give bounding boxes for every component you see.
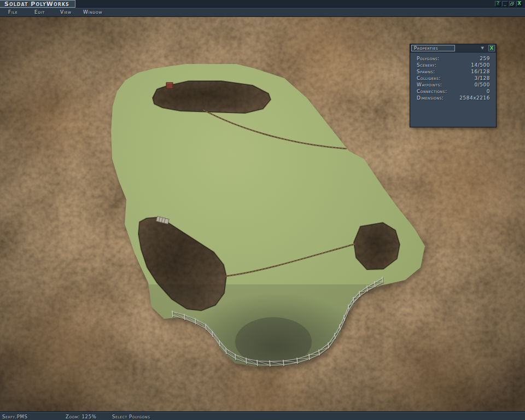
properties-panel-titlebar[interactable]: Properties ▼ X [410, 44, 496, 52]
close-button[interactable]: X [516, 1, 522, 7]
prop-row-colliders: Colliders: 3/128 [417, 75, 490, 82]
help-icon: ? [497, 2, 499, 6]
status-bar: Serfy.PMS Zoom: 125% Select Polygons [0, 411, 525, 420]
status-zoom-level: Zoom: 125% [66, 414, 96, 419]
restore-button[interactable] [509, 1, 515, 7]
prop-row-waypoints: Waypoints: 0/500 [417, 82, 490, 89]
properties-close-button[interactable]: X [488, 45, 495, 51]
menu-edit[interactable]: Edit [34, 9, 45, 15]
menu-file[interactable]: File [8, 9, 18, 15]
prop-label: Colliders: [417, 75, 441, 81]
prop-row-polygons: Polygons: 259 [417, 56, 490, 62]
properties-title: Properties [414, 45, 438, 51]
prop-value: 3/128 [475, 75, 490, 81]
menu-view[interactable]: View [60, 9, 72, 15]
prop-label: Spawns: [417, 69, 435, 74]
app-window: Soldat PolyWorks ? _ X File Edit View Wi… [0, 0, 525, 420]
properties-panel[interactable]: Properties ▼ X Polygons: 259 Scenery: 14… [410, 44, 497, 127]
minimize-button[interactable]: _ [502, 1, 508, 7]
close-icon: X [517, 2, 521, 6]
help-button[interactable]: ? [495, 1, 501, 7]
restore-icon [510, 2, 514, 5]
prop-value: 259 [480, 56, 490, 61]
prop-label: Dimensions: [417, 95, 444, 101]
menu-window[interactable]: Window [83, 9, 102, 15]
status-active-tool: Select Polygons [112, 414, 150, 419]
close-icon: X [490, 46, 494, 51]
prop-value: 0 [487, 89, 490, 94]
app-title: Soldat PolyWorks [4, 1, 69, 8]
window-controls: ? _ X [495, 1, 522, 7]
title-bar: Soldat PolyWorks ? _ X [0, 0, 525, 8]
prop-value: 2584x2216 [459, 95, 490, 101]
prop-label: Waypoints: [417, 82, 442, 88]
properties-title-tab: Properties [411, 45, 455, 51]
menu-bar: File Edit View Window [0, 8, 525, 17]
red-crate-scenery [166, 83, 173, 89]
prop-value: 0/500 [475, 82, 490, 88]
status-filename: Serfy.PMS [2, 414, 27, 419]
prop-label: Connections: [417, 89, 447, 94]
prop-row-dimensions: Dimensions: 2584x2216 [417, 95, 490, 102]
prop-row-connections: Connections: 0 [417, 89, 490, 95]
prop-label: Scenery: [417, 62, 436, 68]
prop-value: 14/500 [471, 62, 490, 68]
minimize-icon: _ [504, 2, 506, 6]
chevron-down-icon[interactable]: ▼ [481, 46, 484, 50]
prop-value: 16/128 [471, 69, 490, 74]
prop-label: Polygons: [417, 56, 440, 61]
prop-row-scenery: Scenery: 14/500 [417, 62, 490, 69]
app-title-tab: Soldat PolyWorks [0, 0, 75, 8]
prop-row-spawns: Spawns: 16/128 [417, 69, 490, 75]
